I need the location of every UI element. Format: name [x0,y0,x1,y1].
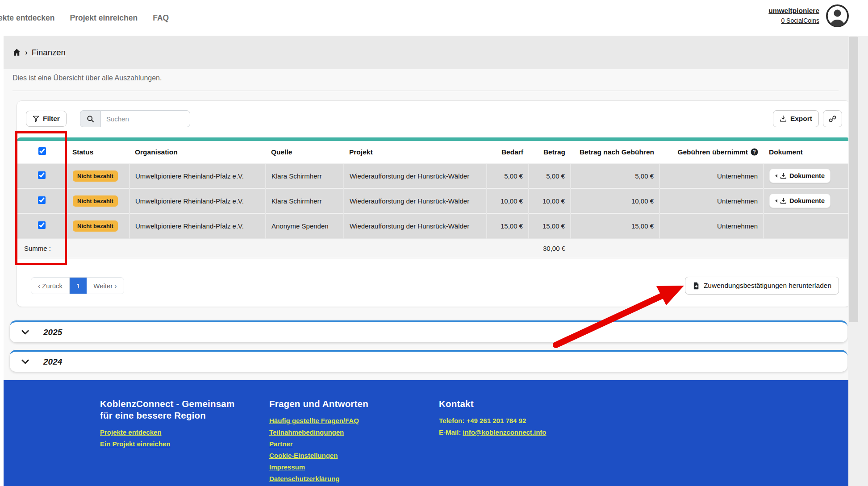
nav-item-faq[interactable]: FAQ [153,13,169,23]
select-all-checkbox[interactable] [38,147,46,155]
footer-link-teilnahmebedingungen[interactable]: Teilnahmebedingungen [269,428,368,436]
summary-row: Summe : 30,00 € [17,238,851,258]
search-input[interactable] [100,110,190,127]
top-navigation: Projekte entdecken Projekt einreichen FA… [0,0,868,36]
dokumente-button[interactable]: Dokumente [769,194,830,208]
pagination-page-1[interactable]: 1 [70,278,87,294]
footer-phone: Telefon: +49 261 201 784 92 [439,417,546,424]
footer-about-column: KoblenzConnect - Gemeinsam für eine bess… [100,398,247,452]
help-icon[interactable]: ? [751,148,758,156]
page-description: Dies ist eine Übersicht über alle Auszah… [13,74,162,82]
page-body: › Finanzen Dies ist eine Übersicht über … [4,36,848,486]
pagination: ‹ Zurück 1 Weiter › [31,277,124,294]
file-download-icon [693,282,700,290]
projekt-cell: Wiederaufforstung der Hunsrück-Wälder [344,188,487,213]
row-checkbox[interactable] [38,221,46,229]
summary-total: 30,00 € [529,238,571,258]
bedarf-cell: 10,00 € [487,188,529,213]
quelle-cell: Klara Schirmherr [266,188,344,213]
svg-text:?: ? [753,149,756,154]
organisation-cell: Umweltpioniere Rheinland-Pfalz e.V. [129,163,266,188]
avatar[interactable] [826,4,849,28]
funnel-icon [33,116,39,122]
footer-email-link[interactable]: info@koblenzconnect.info [463,428,546,436]
projekt-cell: Wiederaufforstung der Hunsrück-Wälder [344,213,487,238]
username-link[interactable]: umweltpioniere [768,5,819,16]
betrag-cell: 15,00 € [529,213,571,238]
nav-item-projekte-entdecken[interactable]: Projekte entdecken [0,13,54,23]
accordion-year-label: 2025 [43,328,62,337]
dokumente-button-label: Dokumente [789,172,825,179]
footer-link-faq[interactable]: Häufig gestellte Fragen/FAQ [269,417,368,424]
footer: KoblenzConnect - Gemeinsam für eine bess… [4,380,848,486]
footer-contact-column: Kontakt Telefon: +49 261 201 784 92 E-Ma… [439,398,546,440]
caret-left-icon [775,174,777,178]
export-button[interactable]: Export [773,110,819,127]
gebuehren-uebernimmt-cell: Unternehmen [659,163,764,188]
copy-link-button[interactable] [823,110,842,127]
footer-link-impressum[interactable]: Impressum [269,463,368,471]
gebuehren-uebernimmt-cell: Unternehmen [659,213,764,238]
row-checkbox[interactable] [38,196,46,204]
betrag-nach-gebuehren-cell: 5,00 € [571,163,659,188]
dokumente-button[interactable]: Dokumente [769,169,830,183]
pagination-prev[interactable]: ‹ Zurück [31,278,70,294]
footer-link-cookie-einstellungen[interactable]: Cookie-Einstellungen [269,452,368,459]
footer-link-partner[interactable]: Partner [269,440,368,448]
filter-button-label: Filter [43,115,60,123]
bedarf-cell: 15,00 € [487,213,529,238]
betrag-nach-gebuehren-cell: 10,00 € [571,188,659,213]
table-row: Nicht bezahlt Umweltpioniere Rheinland-P… [17,188,851,213]
accordion-2024[interactable]: 2024 [10,350,847,372]
breadcrumb-separator: › [25,48,28,57]
scrollbar-thumb[interactable] [849,37,858,322]
header-gebuehren-uebernimmt: Gebühren übernimmt? [659,141,764,163]
caret-left-icon [775,199,777,203]
payouts-card: Filter Export [17,100,851,307]
person-circle-icon [826,4,849,28]
table-row: Nicht bezahlt Umweltpioniere Rheinland-P… [17,163,851,188]
pagination-next[interactable]: Weiter › [87,278,123,294]
search-group [80,110,190,127]
breadcrumb-current[interactable]: Finanzen [32,48,66,58]
organisation-cell: Umweltpioniere Rheinland-Pfalz e.V. [129,188,266,213]
export-download-icon [780,115,787,122]
main-nav-links: Projekte entdecken Projekt einreichen FA… [0,13,169,23]
footer-link-datenschutz[interactable]: Datenschutzerklärung [269,475,368,482]
dokument-cell-empty [764,213,851,238]
accordion-2025[interactable]: 2025 [10,320,847,342]
payouts-table: Status Organisation Quelle Projekt Bedar… [17,141,851,258]
organisation-cell: Umweltpioniere Rheinland-Pfalz e.V. [129,213,266,238]
accordion-year-label: 2024 [43,357,62,367]
betrag-cell: 10,00 € [529,188,571,213]
breadcrumb: › Finanzen [4,36,848,69]
row-checkbox[interactable] [38,171,46,179]
table-header-row: Status Organisation Quelle Projekt Bedar… [17,141,851,163]
socialcoins-link[interactable]: 0 SocialCoins [768,16,819,26]
chevron-down-icon [21,328,30,337]
link-icon [829,115,836,123]
header-projekt: Projekt [344,141,487,163]
status-badge: Nicht bezahlt [73,220,118,232]
footer-contact-title: Kontakt [439,398,546,410]
filter-button[interactable]: Filter [26,111,67,127]
header-status: Status [67,141,129,163]
search-icon [87,115,94,123]
divider [13,91,839,91]
gebuehren-uebernimmt-cell: Unternehmen [659,188,764,213]
table-row: Nicht bezahlt Umweltpioniere Rheinland-P… [17,213,851,238]
bedarf-cell: 5,00 € [487,163,529,188]
nav-item-projekt-einreichen[interactable]: Projekt einreichen [70,13,138,23]
export-button-label: Export [790,115,812,123]
header-dokument: Dokument [764,141,851,163]
user-info: umweltpioniere 0 SocialCoins [768,5,819,26]
header-organisation: Organisation [129,141,266,163]
footer-link-projekte-entdecken[interactable]: Projekte entdecken [100,428,247,436]
footer-phone-value: +49 261 201 784 92 [466,417,526,424]
table-accent-bar [17,137,850,141]
projekt-cell: Wiederaufforstung der Hunsrück-Wälder [344,163,487,188]
home-icon[interactable] [13,48,21,57]
download-confirmations-button[interactable]: Zuwendungsbestätigungen herunterladen [685,277,839,295]
footer-link-projekt-einreichen[interactable]: Ein Projekt einreichen [100,440,247,448]
quelle-cell: Klara Schirmherr [266,163,344,188]
